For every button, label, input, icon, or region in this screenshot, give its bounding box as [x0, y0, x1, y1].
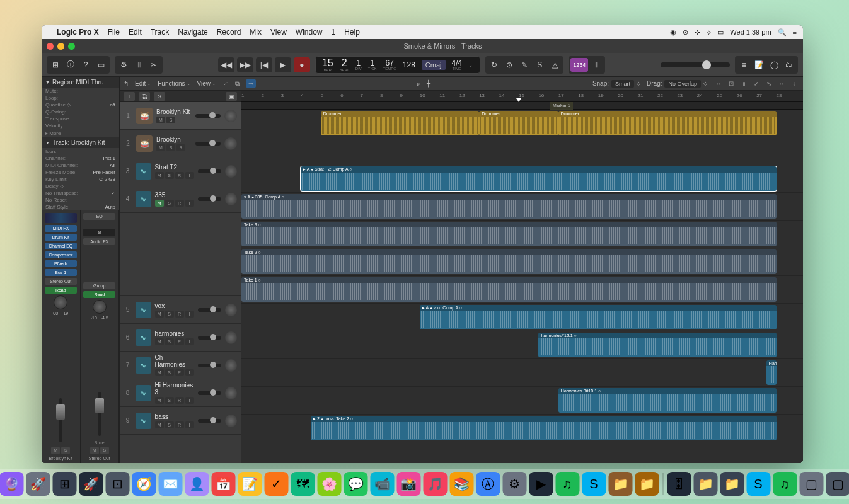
region[interactable]: Take 1 ○ [241, 277, 777, 302]
track-i-button[interactable]: I [185, 338, 194, 345]
track-param-row[interactable]: Freeze Mode:Pre Fader [42, 169, 119, 176]
track-i-button[interactable]: I [185, 172, 194, 179]
track-pan-knob[interactable] [225, 387, 237, 399]
track-m-button[interactable]: M [155, 200, 164, 207]
menu-track[interactable]: Track [151, 28, 170, 37]
track-header[interactable]: 8 ∿ Hi Harmonies 3 MSRI [120, 379, 241, 407]
marker-1[interactable]: Marker 1 [550, 102, 573, 110]
dock-item-calendar[interactable]: 📅 [211, 472, 235, 496]
track-r-button[interactable]: R [175, 369, 184, 376]
functions-menu[interactable]: Functions [158, 80, 190, 87]
volume-fader[interactable] [59, 398, 62, 442]
track-header[interactable]: 6 ∿ harmonies MSRI [120, 324, 241, 352]
wifi-icon[interactable]: ⟡ [707, 28, 711, 37]
drag-select[interactable]: No Overlap [664, 80, 701, 88]
track-pan-knob[interactable] [225, 304, 237, 316]
menu-record[interactable]: Record [217, 28, 241, 37]
track-param-row[interactable]: Staff Style:Auto [42, 203, 119, 210]
zoom-icon-5[interactable]: ⤡ [764, 79, 774, 88]
key-display[interactable]: Cmaj [422, 60, 446, 70]
region[interactable]: Harmonies 3#10.1 ○ [558, 388, 777, 413]
track-name[interactable]: bass [155, 413, 194, 420]
forward-button[interactable]: ▶▶ [237, 57, 253, 72]
pointer-tool-icon[interactable]: ▹ [417, 80, 420, 87]
zoom-h-icon[interactable]: ↔ [777, 79, 787, 88]
catch-playhead-icon[interactable]: ⤙ [246, 79, 256, 88]
track-name[interactable]: Strat T2 [155, 164, 194, 171]
menu-file[interactable]: File [108, 28, 120, 37]
track-volume-slider[interactable] [195, 142, 221, 146]
notification-center-icon[interactable]: ≡ [793, 28, 797, 36]
global-solo-button[interactable]: S [154, 92, 165, 101]
region-inspector-header[interactable]: Region: MIDI Thru [42, 77, 119, 88]
automation-mode[interactable]: Read [45, 287, 77, 294]
track-volume-slider[interactable] [198, 169, 222, 173]
track-s-button[interactable]: S [166, 144, 175, 151]
tracks-area[interactable]: 1234567891011121314151617181920212223242… [241, 91, 803, 463]
track-header[interactable]: 9 ∿ bass MSRI [120, 407, 241, 435]
link-icon[interactable]: ⊘ [83, 229, 115, 236]
track-param-row[interactable]: Key Limit:C-2 G8 [42, 176, 119, 183]
zoom-icon-2[interactable]: ⊡ [726, 79, 736, 88]
region-param-row[interactable]: Q-Swing: [42, 108, 119, 115]
dock-item-spotify2[interactable]: ♫ [773, 472, 797, 496]
dock-item-dashboard[interactable]: ⊡ [105, 472, 129, 496]
track-volume-slider[interactable] [198, 364, 222, 367]
track-s-button[interactable]: S [165, 421, 174, 428]
eq-slot[interactable]: EQ [83, 213, 115, 220]
zoom-icon-4[interactable]: ⤢ [751, 79, 761, 88]
lcd-display[interactable]: 15BAR 2BEAT 1DIV 1TICK 67TEMPO 128 Cmaj … [315, 56, 480, 74]
rewind-button[interactable]: ◀◀ [218, 57, 234, 72]
audiofx-slot-1[interactable]: Channel EQ [45, 243, 77, 249]
menu-navigate[interactable]: Navigate [178, 28, 207, 37]
track-m-button[interactable]: M [155, 421, 164, 428]
spotlight-icon[interactable]: 🔍 [778, 28, 787, 37]
library-button[interactable]: ⊞ [49, 58, 62, 72]
region-param-row[interactable]: Loop: [42, 94, 119, 101]
app-menu[interactable]: Logic Pro X [57, 28, 99, 37]
region[interactable]: Take 2 ○ [241, 249, 777, 274]
track-volume-slider[interactable] [198, 197, 222, 201]
volume-fader-out[interactable] [98, 392, 101, 436]
track-s-button[interactable]: S [165, 311, 174, 318]
track-icon[interactable]: ∿ [136, 385, 151, 401]
track-icon[interactable]: ∿ [136, 302, 151, 318]
track-header[interactable]: 3 ∿ Strat T2 MSRI [120, 158, 241, 185]
track-param-row[interactable]: Delay ◇ [42, 183, 119, 190]
track-s-button[interactable]: S [165, 172, 174, 179]
track-i-button[interactable]: I [185, 421, 194, 428]
track-param-row[interactable]: Channel:Inst 1 [42, 155, 119, 162]
dock-item-rocket[interactable]: 🚀 [79, 472, 103, 496]
dock-item-appstore[interactable]: Ⓐ [476, 472, 500, 496]
region-header[interactable]: ▸ A ⬥ vox: Comp A ○ [420, 305, 777, 311]
region-header[interactable]: Take 3 ○ [241, 222, 777, 227]
catch-button[interactable]: ▣ [226, 92, 237, 101]
track-s-button[interactable]: S [165, 338, 174, 345]
dock-item-facetime[interactable]: 📹 [370, 472, 394, 496]
add-track-button[interactable]: + [124, 92, 135, 101]
menu-edit[interactable]: Edit [129, 28, 142, 37]
back-icon[interactable]: ↰ [124, 80, 129, 87]
dock-item-ibooks[interactable]: 📚 [449, 472, 473, 496]
output-slot[interactable]: Stereo Out [45, 278, 77, 285]
track-name[interactable]: 335 [155, 192, 194, 198]
edit-menu[interactable]: Edit [135, 80, 151, 87]
eq-thumbnail[interactable] [45, 213, 77, 223]
menu-1[interactable]: 1 [332, 28, 336, 37]
region-header[interactable]: ▸ 2 ⬥ bass: Take 2 ○ [311, 416, 777, 422]
instrument-slot[interactable]: Drum Kit [45, 234, 77, 241]
track-icon[interactable]: ∿ [136, 329, 151, 346]
solo-button[interactable]: S [533, 58, 546, 72]
view-menu[interactable]: View [197, 80, 217, 87]
track-r-button[interactable]: R [175, 338, 184, 345]
marquee-tool-icon[interactable]: ╋ [427, 80, 430, 87]
group-slot[interactable]: Group [83, 282, 115, 289]
dock-item-photobooth[interactable]: 📸 [396, 472, 420, 496]
mixer-button[interactable]: ⫴ [132, 58, 146, 72]
track-pan-knob[interactable] [225, 165, 237, 178]
master-volume-slider[interactable] [661, 62, 730, 67]
cycle-button[interactable]: ↻ [487, 58, 501, 72]
track-icon[interactable]: ∿ [136, 413, 151, 429]
track-m-button[interactable]: M [155, 397, 164, 404]
region-param-row[interactable]: Velocity: [42, 122, 119, 129]
